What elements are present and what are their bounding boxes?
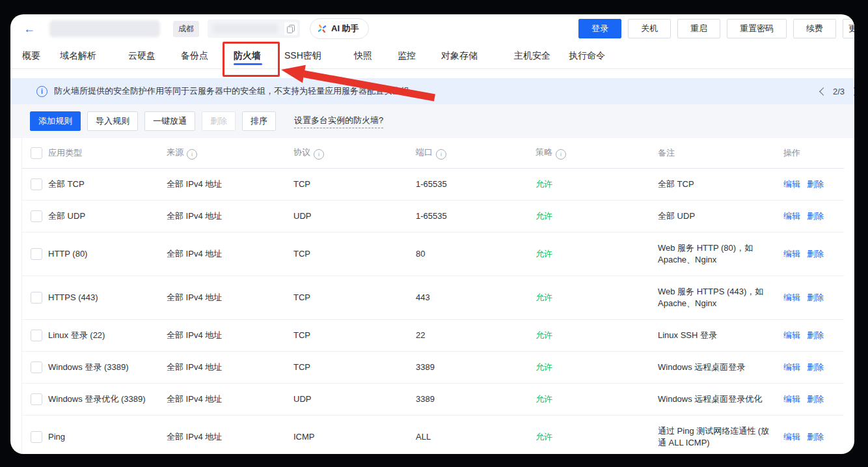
instance-header: ← 成都 xyxy=(10,14,854,43)
row-action-编辑[interactable]: 编辑 xyxy=(783,292,800,302)
row-action-删除[interactable]: 删除 xyxy=(807,432,824,442)
row-checkbox[interactable] xyxy=(31,361,42,373)
toolbar-添加规则-button[interactable]: 添加规则 xyxy=(30,111,81,131)
cell-source: 全部 IPv4 地址 xyxy=(167,320,293,351)
copy-icon[interactable] xyxy=(284,22,297,35)
toolbar-排序-button[interactable]: 排序 xyxy=(242,111,276,131)
来源-info-icon[interactable]: i xyxy=(187,149,197,160)
cell-remark: 全部 UDP xyxy=(658,201,783,232)
row-action-删除[interactable]: 删除 xyxy=(807,211,824,221)
tab-执行命令[interactable]: 执行命令 xyxy=(569,43,605,68)
协议-info-icon[interactable]: i xyxy=(314,149,324,160)
row-checkbox[interactable] xyxy=(31,248,42,260)
row-action-编辑[interactable]: 编辑 xyxy=(783,249,800,259)
cell-remark: Windows 远程桌面登录优化 xyxy=(658,384,783,415)
row-checkbox[interactable] xyxy=(31,178,42,190)
cell-protocol: TCP xyxy=(293,169,416,200)
row-checkbox[interactable] xyxy=(31,292,42,304)
cell-source: 全部 IPv4 地址 xyxy=(167,421,293,453)
cell-remark: Web 服务 HTTP (80)，如 Apache、Nginx xyxy=(658,233,783,276)
cell-protocol: ICMP xyxy=(293,421,416,453)
region-tag: 成都 xyxy=(173,21,199,37)
row-action-删除[interactable]: 删除 xyxy=(807,330,824,340)
tab-快照[interactable]: 快照 xyxy=(354,43,372,68)
tab-概要[interactable]: 概要 xyxy=(22,43,40,68)
toolbar-导入规则-button[interactable]: 导入规则 xyxy=(87,111,138,131)
header-action-登录[interactable]: 登录 xyxy=(578,19,621,38)
row-action-编辑[interactable]: 编辑 xyxy=(783,211,800,221)
row-action-编辑[interactable]: 编辑 xyxy=(783,179,800,189)
header-action-重启[interactable]: 重启 xyxy=(677,19,720,38)
row-checkbox[interactable] xyxy=(31,393,42,405)
tab-域名解析[interactable]: 域名解析 xyxy=(60,43,96,68)
toolbar-buttons: 添加规则导入规则一键放通删除排序 xyxy=(30,111,276,131)
select-all-checkbox[interactable] xyxy=(31,147,42,159)
tab-防火墙[interactable]: 防火墙 xyxy=(234,43,261,68)
cell-source: 全部 IPv4 地址 xyxy=(167,282,293,313)
banner-text: 防火墙所提供的安全防护作用等同于云服务器中的安全组，不支持为轻量应用服务器配置安… xyxy=(54,85,418,97)
row-action-删除[interactable]: 删除 xyxy=(807,292,824,302)
cell-app-type: Windows 登录优化 (3389) xyxy=(48,384,167,415)
tab-对象存储[interactable]: 对象存储 xyxy=(441,43,478,68)
row-action-编辑[interactable]: 编辑 xyxy=(783,362,800,372)
cell-port: 443 xyxy=(416,282,536,313)
tab-云硬盘[interactable]: 云硬盘 xyxy=(128,43,156,68)
header-action-buttons: 登录关机重启重置密码续费更多 xyxy=(578,19,854,38)
toolbar-一键放通-button[interactable]: 一键放通 xyxy=(144,111,195,131)
cell-remark: 通过 Ping 测试网络连通性 (放通 ALL ICMP) xyxy=(658,416,783,454)
back-arrow-icon[interactable]: ← xyxy=(23,23,35,35)
cell-app-type: Windows 登录 (3389) xyxy=(48,352,167,383)
cell-source: 全部 IPv4 地址 xyxy=(167,384,293,415)
header-action-关机[interactable]: 关机 xyxy=(628,19,671,38)
cell-actions: 编辑删除 xyxy=(783,352,844,383)
table-row: 全部 TCP 全部 IPv4 地址 TCP 1-65535 允许 全部 TCP … xyxy=(22,169,844,201)
row-action-删除[interactable]: 删除 xyxy=(807,394,824,404)
cell-app-type: 全部 TCP xyxy=(48,169,167,200)
cell-protocol: TCP xyxy=(293,282,416,313)
row-checkbox[interactable] xyxy=(31,431,42,443)
header-action-续费[interactable]: 续费 xyxy=(793,19,836,38)
row-action-编辑[interactable]: 编辑 xyxy=(783,432,800,442)
cell-policy: 允许 xyxy=(536,201,658,232)
row-action-删除[interactable]: 删除 xyxy=(807,362,824,372)
cell-policy: 允许 xyxy=(536,282,658,313)
pager-next-icon[interactable] xyxy=(850,87,854,96)
table-header-row: 应用类型来源i协议i端口i策略i备注操作 xyxy=(22,138,844,169)
cell-app-type: HTTPS (443) xyxy=(48,282,167,313)
column-header-操作: 操作 xyxy=(783,139,844,167)
table-row: Ping 全部 IPv4 地址 ICMP ALL 允许 通过 Ping 测试网络… xyxy=(22,416,844,454)
firewall-toolbar: 添加规则导入规则一键放通删除排序 设置多台实例的防火墙? xyxy=(10,104,854,138)
row-action-删除[interactable]: 删除 xyxy=(807,249,824,259)
cell-port: ALL xyxy=(416,421,536,453)
table-row: Windows 登录 (3389) 全部 IPv4 地址 TCP 3389 允许… xyxy=(22,352,844,384)
cell-source: 全部 IPv4 地址 xyxy=(167,169,293,200)
desktop-background: ← 成都 xyxy=(0,0,868,467)
tab-SSH密钥[interactable]: SSH密钥 xyxy=(284,43,321,68)
cell-policy: 允许 xyxy=(536,320,658,351)
cell-source: 全部 IPv4 地址 xyxy=(167,352,293,383)
策略-info-icon[interactable]: i xyxy=(556,149,566,160)
端口-info-icon[interactable]: i xyxy=(436,149,446,160)
tab-备份点[interactable]: 备份点 xyxy=(181,43,208,68)
cell-port: 3389 xyxy=(416,384,536,415)
row-action-删除[interactable]: 删除 xyxy=(807,179,824,189)
column-header-来源: 来源i xyxy=(167,138,293,168)
table-row: Linux 登录 (22) 全部 IPv4 地址 TCP 22 允许 Linux… xyxy=(22,320,844,352)
cell-port: 22 xyxy=(416,320,536,351)
cell-port: 1-65535 xyxy=(416,169,536,200)
ai-assistant-button[interactable]: AI 助手 xyxy=(310,18,369,39)
header-action-更多[interactable]: 更多 xyxy=(843,19,854,38)
pager-prev-icon[interactable] xyxy=(819,87,828,96)
tab-监控[interactable]: 监控 xyxy=(398,43,416,68)
row-checkbox[interactable] xyxy=(31,330,42,341)
toolbar-删除-button[interactable]: 删除 xyxy=(202,111,236,131)
column-header-备注: 备注 xyxy=(658,139,783,167)
column-header-策略: 策略i xyxy=(536,138,658,168)
header-action-重置密码[interactable]: 重置密码 xyxy=(727,19,787,38)
cell-policy: 允许 xyxy=(536,169,658,200)
multi-instance-firewall-link[interactable]: 设置多台实例的防火墙? xyxy=(294,115,383,128)
tab-主机安全[interactable]: 主机安全 xyxy=(514,43,550,68)
row-action-编辑[interactable]: 编辑 xyxy=(783,330,800,340)
row-checkbox[interactable] xyxy=(31,210,42,222)
row-action-编辑[interactable]: 编辑 xyxy=(783,394,800,404)
